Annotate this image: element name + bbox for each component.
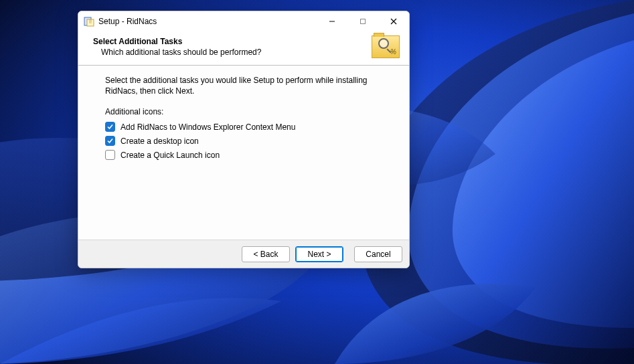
window-title: Setup - RidNacs bbox=[98, 17, 317, 26]
maximize-button[interactable] bbox=[347, 11, 378, 31]
section-label: Additional icons: bbox=[105, 107, 382, 116]
checkbox-desktop-icon[interactable] bbox=[105, 136, 115, 146]
header-title: Select Additional Tasks bbox=[93, 37, 366, 46]
checkbox-quick-launch[interactable] bbox=[105, 150, 115, 160]
close-button[interactable] bbox=[378, 11, 409, 31]
maximize-icon bbox=[360, 18, 366, 25]
cancel-button[interactable]: Cancel bbox=[354, 246, 402, 262]
wizard-content: Select the additional tasks you would li… bbox=[78, 66, 409, 240]
intro-text: Select the additional tasks you would li… bbox=[105, 75, 382, 96]
checkbox-label[interactable]: Create a Quick Launch icon bbox=[121, 151, 220, 160]
minimize-button[interactable] bbox=[317, 11, 347, 31]
checkbox-context-menu[interactable] bbox=[105, 122, 115, 132]
setup-window: Setup - RidNacs Select Additional Tasks … bbox=[78, 11, 410, 268]
magnifier-icon bbox=[378, 38, 389, 49]
header-subtitle: Which additional tasks should be perform… bbox=[101, 48, 366, 57]
next-button[interactable]: Next > bbox=[295, 246, 343, 262]
checkbox-label[interactable]: Add RidNacs to Windows Explorer Context … bbox=[121, 122, 295, 132]
check-icon bbox=[106, 123, 114, 130]
minimize-icon bbox=[329, 18, 335, 25]
percent-icon: % bbox=[390, 48, 396, 56]
option-row-desktop-icon: Create a desktop icon bbox=[105, 136, 382, 146]
svg-rect-3 bbox=[361, 19, 366, 24]
window-controls bbox=[317, 11, 409, 31]
back-button[interactable]: < Back bbox=[242, 246, 290, 262]
wizard-footer: < Back Next > Cancel bbox=[78, 240, 409, 268]
option-row-quick-launch: Create a Quick Launch icon bbox=[105, 150, 382, 160]
checkbox-label[interactable]: Create a desktop icon bbox=[121, 136, 199, 146]
option-row-context-menu: Add RidNacs to Windows Explorer Context … bbox=[105, 122, 382, 132]
titlebar[interactable]: Setup - RidNacs bbox=[78, 11, 409, 31]
close-icon bbox=[390, 18, 397, 25]
app-icon bbox=[84, 16, 94, 27]
wizard-header-icon: % bbox=[372, 35, 400, 58]
wizard-header: Select Additional Tasks Which additional… bbox=[78, 31, 409, 66]
check-icon bbox=[106, 137, 114, 145]
